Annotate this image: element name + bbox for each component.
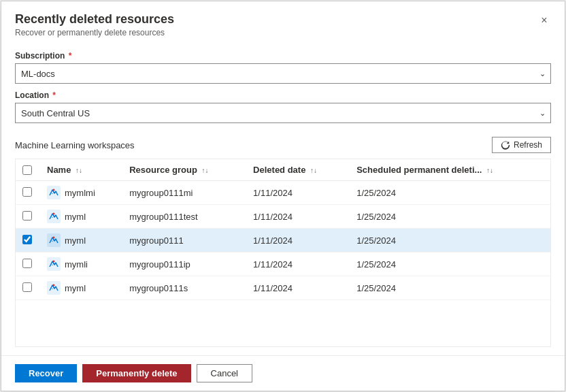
- row-name-text: myml: [65, 283, 86, 293]
- location-field: Location * South Central US ⌄: [15, 91, 551, 123]
- scheduled-sort-icon: ↑↓: [486, 167, 493, 174]
- row-name-text: myml: [65, 235, 86, 246]
- row-name-text: mymli: [65, 259, 88, 270]
- row-resource-group: mygroup0111s: [122, 276, 246, 300]
- header-resource-group[interactable]: Resource group ↑↓: [122, 159, 246, 181]
- row-checkbox[interactable]: [22, 259, 32, 268]
- header-deleted-date[interactable]: Deleted date ↑↓: [246, 159, 350, 181]
- location-required: *: [50, 91, 56, 100]
- row-name: myml: [40, 229, 122, 252]
- row-checkbox[interactable]: [22, 282, 32, 292]
- row-name-text: myml: [65, 212, 86, 222]
- ml-workspace-icon: [47, 186, 61, 199]
- dialog-title: Recently deleted resources: [15, 12, 551, 27]
- row-scheduled-delete: 1/25/2024: [350, 205, 550, 229]
- dialog-body: Subscription * ML-docs ⌄ Location * Sout…: [1, 43, 565, 355]
- dialog-subtitle: Recover or permanently delete resources: [15, 28, 551, 37]
- recently-deleted-dialog: Recently deleted resources Recover or pe…: [1, 1, 565, 391]
- recover-button[interactable]: Recover: [15, 364, 77, 382]
- refresh-button[interactable]: Refresh: [492, 137, 551, 153]
- deleted-sort-icon: ↑↓: [310, 167, 317, 174]
- subscription-required: *: [66, 51, 71, 61]
- row-checkbox-cell: [16, 276, 40, 300]
- subscription-select[interactable]: ML-docs: [15, 63, 551, 84]
- row-resource-group: mygroup0111test: [122, 205, 246, 229]
- table-row: myml mygroup0111test1/11/20241/25/2024: [16, 205, 550, 229]
- row-checkbox[interactable]: [22, 211, 32, 220]
- rg-sort-icon: ↑↓: [201, 167, 208, 174]
- name-sort-icon: ↑↓: [76, 167, 82, 174]
- select-all-checkbox[interactable]: [22, 165, 32, 175]
- row-checkbox-cell: [16, 181, 40, 205]
- ml-workspace-icon: [47, 257, 61, 271]
- subscription-select-wrapper: ML-docs ⌄: [15, 63, 551, 84]
- row-scheduled-delete: 1/25/2024: [350, 181, 550, 205]
- location-select[interactable]: South Central US: [15, 103, 551, 123]
- row-scheduled-delete: 1/25/2024: [350, 252, 550, 276]
- row-resource-group: mygroup0111mi: [122, 181, 246, 205]
- header-scheduled-delete[interactable]: Scheduled permanent deleti... ↑↓: [350, 159, 550, 181]
- location-select-wrapper: South Central US ⌄: [15, 103, 551, 123]
- svg-point-1: [53, 189, 55, 191]
- row-deleted-date: 1/11/2024: [246, 205, 350, 229]
- svg-point-9: [53, 284, 55, 287]
- cancel-button[interactable]: Cancel: [197, 364, 252, 382]
- table-row: myml mygroup01111/11/20241/25/2024: [16, 229, 550, 252]
- row-scheduled-delete: 1/25/2024: [350, 276, 550, 300]
- row-name: myml: [40, 276, 122, 300]
- location-label: Location *: [15, 91, 551, 100]
- ml-workspace-icon: [47, 210, 61, 223]
- row-checkbox-cell: [16, 205, 40, 229]
- dialog-header: Recently deleted resources Recover or pe…: [1, 1, 565, 43]
- ml-workspace-icon: [47, 233, 61, 247]
- row-resource-group: mygroup0111ip: [122, 252, 246, 276]
- ml-workspace-icon: [47, 281, 61, 295]
- refresh-label: Refresh: [514, 140, 542, 150]
- row-deleted-date: 1/11/2024: [246, 276, 350, 300]
- refresh-icon: [501, 140, 510, 150]
- row-deleted-date: 1/11/2024: [246, 181, 350, 205]
- table-header: Name ↑↓ Resource group ↑↓ Deleted date ↑…: [16, 159, 550, 181]
- resources-table-container: Name ↑↓ Resource group ↑↓ Deleted date ↑…: [15, 159, 551, 347]
- permanently-delete-button[interactable]: Permanently delete: [82, 364, 190, 382]
- svg-point-7: [53, 261, 55, 263]
- row-deleted-date: 1/11/2024: [246, 252, 350, 276]
- table-row: mymli mygroup0111ip1/11/20241/25/2024: [16, 252, 550, 276]
- row-deleted-date: 1/11/2024: [246, 229, 350, 252]
- svg-point-3: [53, 213, 55, 215]
- svg-point-5: [53, 237, 55, 239]
- row-checkbox[interactable]: [22, 235, 32, 244]
- row-name: myml: [40, 205, 122, 229]
- section-header: Machine Learning workspaces Refresh: [15, 137, 551, 153]
- header-name[interactable]: Name ↑↓: [40, 159, 122, 181]
- row-resource-group: mygroup0111: [122, 229, 246, 252]
- row-checkbox[interactable]: [22, 187, 32, 197]
- row-checkbox-cell: [16, 229, 40, 252]
- header-checkbox-cell: [16, 159, 40, 181]
- table-row: myml mygroup0111s1/11/20241/25/2024: [16, 276, 550, 300]
- row-name-text: mymlmi: [65, 188, 95, 198]
- close-button[interactable]: ×: [535, 11, 554, 30]
- row-name: mymlmi: [40, 181, 122, 205]
- row-checkbox-cell: [16, 252, 40, 276]
- row-scheduled-delete: 1/25/2024: [350, 229, 550, 252]
- resources-table: Name ↑↓ Resource group ↑↓ Deleted date ↑…: [16, 159, 550, 300]
- subscription-field: Subscription * ML-docs ⌄: [15, 51, 551, 84]
- table-body: mymlmi mygroup0111mi1/11/20241/25/2024 m…: [16, 181, 550, 300]
- section-title: Machine Learning workspaces: [15, 140, 135, 150]
- row-name: mymli: [40, 252, 122, 276]
- dialog-footer: Recover Permanently delete Cancel: [1, 355, 565, 391]
- table-row: mymlmi mygroup0111mi1/11/20241/25/2024: [16, 181, 550, 205]
- subscription-label: Subscription *: [15, 51, 551, 61]
